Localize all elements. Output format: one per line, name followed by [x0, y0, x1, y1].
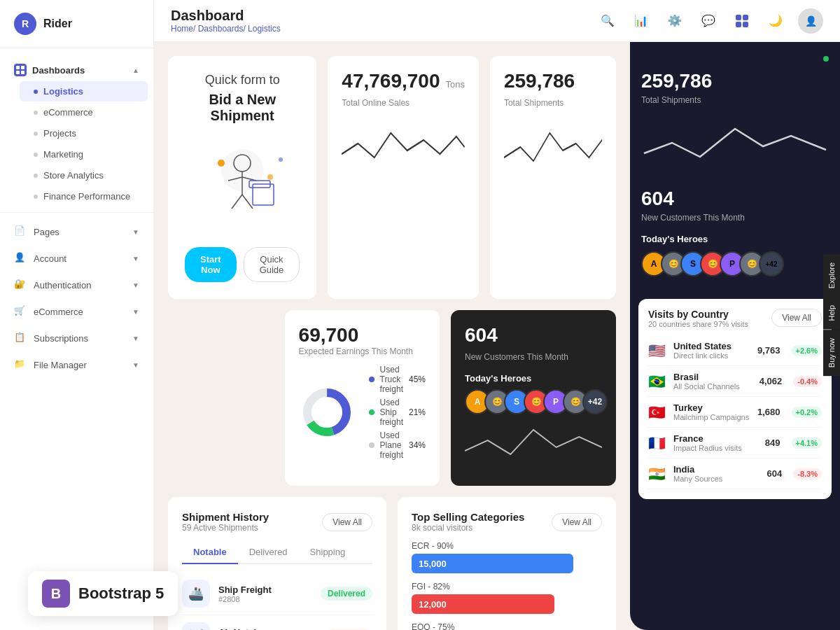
- heroes-label: Today's Heroes: [465, 373, 602, 384]
- sidebar-item-logistics[interactable]: Logistics: [20, 81, 148, 102]
- settings-icon[interactable]: ⚙️: [664, 10, 686, 32]
- country-value: 1,680: [757, 407, 780, 417]
- start-now-button[interactable]: Start Now: [185, 247, 237, 282]
- right-big-number: 259,786: [641, 70, 829, 92]
- categories-view-all[interactable]: View All: [552, 513, 602, 531]
- top-cards-row: Quick form to Bid a New Shipment: [168, 56, 616, 299]
- sidebar-top-file-manager[interactable]: 📁File Manager▼: [0, 351, 153, 378]
- chart-icon[interactable]: 📊: [630, 10, 652, 32]
- nav-dot: [34, 195, 38, 199]
- tab-delivered[interactable]: Delivered: [238, 541, 299, 564]
- svg-line-6: [242, 195, 253, 209]
- right-heroes-label: Today's Heroes: [641, 234, 829, 244]
- total-sales-card: 47,769,700 Tons Total Online Sales: [328, 56, 479, 299]
- theme-icon[interactable]: 🌙: [764, 10, 787, 32]
- earnings-label: Expected Earnings This Month: [299, 346, 426, 356]
- right-big-label2: New Customers This Month: [641, 213, 829, 223]
- categories-title: Top Selling Categories: [412, 511, 524, 523]
- svg-point-10: [267, 174, 273, 180]
- country-item: 🇧🇷 Brasil All Social Channels 4,062 -0.4…: [648, 366, 822, 397]
- dashboard-icon: [14, 64, 27, 76]
- dashboards-section[interactable]: Dashboards ▲: [0, 57, 153, 80]
- sidebar-top-subscriptions[interactable]: 📋Subscriptions▼: [0, 325, 153, 351]
- right-big-number2: 604: [641, 188, 829, 210]
- country-change: -0.4%: [793, 376, 822, 387]
- sidebar-item-ecommerce[interactable]: eCommerce: [20, 102, 148, 122]
- right-big-label: Total Shipments: [641, 95, 829, 105]
- visits-header: Visits by Country 20 countries share 97%…: [648, 309, 822, 328]
- sidebar-top-items: 📄Pages▼👤Account▼🔐Authentication▼🛒eCommer…: [0, 218, 153, 378]
- categories-card: Top Selling Categories 8k social visitor…: [398, 497, 616, 630]
- search-icon[interactable]: 🔍: [596, 10, 619, 32]
- donut-chart-area: Used Truck freight 45% Used Ship freight…: [299, 365, 426, 460]
- sidebar-top-pages[interactable]: 📄Pages▼: [0, 218, 153, 245]
- chevron-down-icon: ▼: [132, 281, 139, 289]
- side-tab-buy[interactable]: Buy now: [823, 330, 840, 376]
- total-shipments-value: 259,786: [504, 70, 602, 92]
- chevron-down-icon: ▼: [132, 255, 139, 262]
- country-change: +4.1%: [792, 438, 822, 449]
- right-chart: [641, 115, 829, 174]
- promo-subtitle: Bid a New Shipment: [185, 92, 300, 124]
- sidebar-item-projects[interactable]: Projects: [20, 123, 148, 144]
- visits-view-all[interactable]: View All: [771, 309, 822, 327]
- right-panel-top: 259,786 Total Shipments 604 New Customer…: [630, 42, 840, 290]
- country-item: 🇹🇷 Turkey Mailchimp Campaigns 1,680 +0.2…: [648, 397, 822, 428]
- shipment-header: Shipment History 59 Active Shipments Vie…: [182, 511, 372, 533]
- shipment-title: Shipment History: [182, 511, 269, 523]
- country-flag: 🇧🇷: [648, 374, 666, 388]
- categories-header: Top Selling Categories 8k social visitor…: [412, 511, 602, 533]
- donut-chart: [299, 384, 355, 440]
- page-title: Dashboard: [171, 8, 281, 24]
- promo-title: Quick form to: [205, 73, 280, 88]
- sidebar-top-account[interactable]: 👤Account▼: [0, 245, 153, 272]
- right-dot: [823, 56, 829, 62]
- sidebar-nav: Dashboards ▲ LogisticseCommerceProjectsM…: [0, 48, 153, 386]
- total-sales-unit: Tons: [445, 79, 464, 90]
- messages-icon[interactable]: 💬: [697, 10, 720, 32]
- donut-legend: Used Truck freight 45% Used Ship freight…: [369, 365, 426, 460]
- sidebar-top-authentication[interactable]: 🔐Authentication▼: [0, 272, 153, 298]
- country-change: +2.6%: [792, 345, 822, 356]
- chevron-down-icon: ▼: [132, 335, 139, 342]
- grid-view-icon[interactable]: [731, 10, 753, 32]
- customers-card: 604 New Customers This Month Today's Her…: [451, 310, 616, 486]
- breadcrumb: Home/ Dashboards/ Logistics: [171, 24, 281, 34]
- legend-ship: Used Ship freight 21%: [369, 398, 426, 427]
- visits-card: Visits by Country 20 countries share 97%…: [638, 299, 832, 499]
- plane-dot: [369, 442, 374, 448]
- country-change: +0.2%: [792, 407, 822, 418]
- right-panel: 259,786 Total Shipments 604 New Customer…: [630, 42, 840, 630]
- svg-point-9: [218, 160, 225, 167]
- quick-guide-button[interactable]: Quick Guide: [244, 247, 300, 282]
- side-tabs: Explore Help Buy now: [823, 254, 840, 376]
- truck-dot: [369, 377, 374, 382]
- earnings-value: 69,700: [299, 324, 426, 346]
- shipment-view-all[interactable]: View All: [322, 513, 372, 531]
- bootstrap-icon: B: [42, 580, 70, 608]
- earnings-card: 69,700 Expected Earnings This Month: [285, 310, 440, 486]
- shipment-tabs: Notable Delivered Shipping: [182, 541, 372, 564]
- sidebar-logo[interactable]: R Rider: [0, 0, 153, 48]
- nav-dot: [34, 90, 38, 94]
- chevron-up-icon: ▲: [132, 66, 139, 74]
- logo-icon: R: [14, 13, 36, 35]
- sidebar-item-finance-performance[interactable]: Finance Performance: [20, 186, 148, 206]
- tab-notable[interactable]: Notable: [182, 541, 238, 564]
- sidebar-item-marketing[interactable]: Marketing: [20, 144, 148, 164]
- tab-shipping[interactable]: Shipping: [299, 541, 357, 564]
- sidebar-item-store-analytics[interactable]: Store Analytics: [20, 165, 148, 186]
- user-avatar[interactable]: 👤: [798, 8, 823, 34]
- heroes-avatars: A 😊 S 😊 P 😊 +42: [465, 389, 602, 414]
- nav-dot: [34, 111, 38, 115]
- total-sales-chart: [342, 119, 465, 175]
- country-item: 🇫🇷 France Impact Radius visits 849 +4.1%: [648, 428, 822, 458]
- nav-dot: [34, 153, 38, 157]
- bar-track: 12,000: [412, 594, 554, 614]
- legend-plane: Used Plane freight 34%: [369, 430, 426, 460]
- sidebar-top-ecommerce2[interactable]: 🛒eCommerce▼: [0, 298, 153, 325]
- side-tab-help[interactable]: Help: [823, 297, 840, 330]
- sidebar: R Rider Dashboards ▲ LogisticseCommerceP…: [0, 0, 154, 630]
- country-flag: 🇫🇷: [648, 436, 666, 450]
- side-tab-explore[interactable]: Explore: [823, 254, 840, 297]
